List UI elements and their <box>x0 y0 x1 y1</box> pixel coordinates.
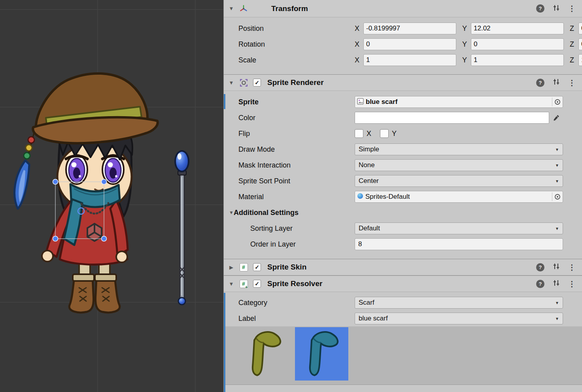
sprite-sort-point-row: Sprite Sort Point Center ▼ <box>224 173 582 189</box>
selection-handle-bottom-right[interactable] <box>102 236 107 241</box>
sprite-sort-point-value: Center <box>359 177 379 185</box>
draw-mode-value: Simple <box>359 145 379 153</box>
axis-z-label[interactable]: Z <box>570 56 578 64</box>
object-picker-icon[interactable] <box>552 192 561 201</box>
selection-handle-top-right[interactable] <box>102 179 107 185</box>
rotation-label: Rotation <box>224 40 355 49</box>
draw-mode-dropdown[interactable]: Simple ▼ <box>355 143 563 155</box>
flip-y-checkbox[interactable] <box>380 129 389 138</box>
chevron-down-icon: ▼ <box>555 163 559 168</box>
presets-icon[interactable] <box>552 78 560 87</box>
presets-icon[interactable] <box>552 279 560 288</box>
transform-icon <box>239 4 248 13</box>
thumbnail-green-scarf[interactable] <box>238 327 291 381</box>
rotation-row: Rotation X Y Z <box>224 36 582 52</box>
mask-interaction-value: None <box>359 161 375 169</box>
sprite-object-value: blue scarf <box>366 98 397 106</box>
scale-x-field[interactable] <box>363 54 456 66</box>
eyedropper-icon[interactable] <box>553 114 560 121</box>
rotation-z-field[interactable] <box>578 38 582 50</box>
kebab-menu-icon[interactable]: ⋮ <box>568 79 576 87</box>
scene-view-canvas[interactable] <box>0 0 223 392</box>
flip-x-label: X <box>367 130 371 138</box>
foldout-icon[interactable]: ▼ <box>224 6 239 11</box>
axis-y-label[interactable]: Y <box>462 40 471 49</box>
additional-settings-row[interactable]: ▼ Additional Settings <box>224 205 582 220</box>
mask-interaction-row: Mask Interaction None ▼ <box>224 157 582 173</box>
flip-y-label: Y <box>392 130 397 138</box>
kebab-menu-icon[interactable]: ⋮ <box>568 264 576 271</box>
order-in-layer-field[interactable] <box>355 238 563 250</box>
sorting-layer-label: Sorting Layer <box>224 224 355 233</box>
sprite-resolver-enabled-checkbox[interactable]: ✓ <box>253 280 261 288</box>
thumbnail-blue-scarf-selected[interactable] <box>295 327 348 381</box>
sprite-label: Sprite <box>224 98 355 106</box>
sprite-resolver-header[interactable]: ▼ #+ ✓ Sprite Resolver ? ⋮ <box>224 275 582 292</box>
flip-row: Flip X Y <box>224 126 582 141</box>
sprite-skin-title: Sprite Skin <box>267 263 306 271</box>
axis-y-label[interactable]: Y <box>462 56 471 64</box>
material-row: Material Sprites-Default <box>224 189 582 205</box>
sprite-skin-header[interactable]: ▶ # ✓ Sprite Skin ? ⋮ <box>224 259 582 275</box>
label-label: Label <box>224 315 355 323</box>
sprite-resolver-body: Category Scarf ▼ Label blue scarf ▼ <box>224 292 582 385</box>
order-in-layer-label: Order in Layer <box>224 240 355 249</box>
position-z-field[interactable] <box>578 23 582 34</box>
sprite-sort-point-label: Sprite Sort Point <box>224 177 355 185</box>
presets-icon[interactable] <box>552 262 560 272</box>
object-picker-icon[interactable] <box>552 98 561 106</box>
scale-y-field[interactable] <box>471 54 564 66</box>
foldout-icon[interactable]: ▶ <box>224 264 239 270</box>
override-indicator-resolver <box>224 293 225 392</box>
inspector-panel: ▼ Transform ? ⋮ Position X Y Z <box>223 0 582 392</box>
mask-interaction-dropdown[interactable]: None ▼ <box>355 159 563 171</box>
help-icon[interactable]: ? <box>536 79 544 87</box>
sprite-sort-point-dropdown[interactable]: Center ▼ <box>355 175 563 187</box>
scale-z-field[interactable] <box>578 54 582 66</box>
help-icon[interactable]: ? <box>536 280 544 288</box>
sprite-skin-enabled-checkbox[interactable]: ✓ <box>253 263 261 271</box>
sprite-resolver-title: Sprite Resolver <box>267 279 322 288</box>
scene-view[interactable] <box>0 0 223 392</box>
color-swatch[interactable] <box>355 112 549 124</box>
axis-z-label[interactable]: Z <box>570 24 578 33</box>
category-value: Scarf <box>359 299 374 307</box>
transform-header[interactable]: ▼ Transform ? ⋮ <box>224 0 582 17</box>
label-dropdown[interactable]: blue scarf ▼ <box>355 313 563 324</box>
sprite-renderer-header[interactable]: ▼ ✓ Sprite Renderer ? ⋮ <box>224 74 582 91</box>
position-row: Position X Y Z <box>224 21 582 36</box>
sprite-object-field[interactable]: blue scarf <box>355 96 563 108</box>
kebab-menu-icon[interactable]: ⋮ <box>568 5 576 12</box>
foldout-icon[interactable]: ▼ <box>224 281 239 287</box>
help-icon[interactable]: ? <box>536 4 544 13</box>
selection-handle-bottom-left[interactable] <box>53 236 58 241</box>
presets-icon[interactable] <box>552 4 560 13</box>
foldout-icon[interactable]: ▼ <box>224 210 234 215</box>
chevron-down-icon: ▼ <box>555 317 559 321</box>
additional-settings-label: Additional Settings <box>234 209 299 217</box>
rotation-y-field[interactable] <box>471 38 564 50</box>
foldout-icon[interactable]: ▼ <box>224 80 239 86</box>
axis-x-label[interactable]: X <box>355 24 363 33</box>
axis-x-label[interactable]: X <box>355 40 363 49</box>
category-dropdown[interactable]: Scarf ▼ <box>355 297 563 309</box>
transform-body: Position X Y Z Rotation X Y Z Scale X <box>224 17 582 74</box>
sprite-renderer-enabled-checkbox[interactable]: ✓ <box>253 79 261 87</box>
rotation-x-field[interactable] <box>363 38 456 50</box>
kebab-menu-icon[interactable]: ⋮ <box>568 280 576 288</box>
selection-handle-top-left[interactable] <box>53 179 58 185</box>
material-object-field[interactable]: Sprites-Default <box>355 191 563 203</box>
axis-z-label[interactable]: Z <box>570 40 578 49</box>
color-row: Color <box>224 110 582 126</box>
order-in-layer-row: Order in Layer <box>224 236 582 252</box>
position-x-field[interactable] <box>363 23 456 34</box>
help-icon[interactable]: ? <box>536 263 544 271</box>
material-object-value: Sprites-Default <box>365 193 410 201</box>
flip-x-checkbox[interactable] <box>355 129 363 138</box>
axis-y-label[interactable]: Y <box>462 24 471 33</box>
sorting-layer-dropdown[interactable]: Default ▼ <box>355 222 563 234</box>
chevron-down-icon: ▼ <box>555 179 559 183</box>
position-y-field[interactable] <box>471 23 564 34</box>
axis-x-label[interactable]: X <box>355 56 363 64</box>
sprite-row: Sprite blue scarf <box>224 94 582 110</box>
